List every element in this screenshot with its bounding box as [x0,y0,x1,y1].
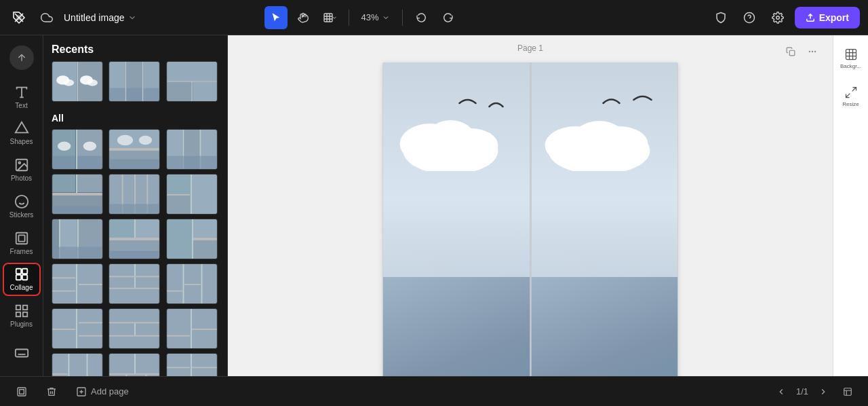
svg-rect-136 [191,309,192,348]
svg-rect-17 [15,350,27,357]
svg-rect-137 [192,329,217,330]
background-button[interactable]: Backgr... [836,41,866,76]
zoom-button[interactable]: 43% [356,10,395,25]
svg-rect-62 [167,156,216,169]
recent-collage-2[interactable] [108,61,160,102]
sidebar-item-upload[interactable] [3,41,41,75]
sidebar-item-photos[interactable]: Photos [3,153,41,187]
svg-rect-64 [76,174,77,194]
sidebar-item-frames[interactable]: Frames [3,226,41,260]
svg-point-47 [58,141,71,151]
next-page-button[interactable] [814,382,833,401]
collage-item-7[interactable] [52,219,103,259]
sidebar-item-shapes[interactable]: Shapes [3,117,41,151]
cloud-save-button[interactable] [35,6,58,29]
svg-rect-45 [52,156,75,169]
svg-rect-101 [192,219,193,259]
collage-item-18[interactable] [166,353,218,376]
svg-rect-171 [20,389,24,394]
more-options-button[interactable] [803,42,822,61]
svg-rect-120 [201,264,202,303]
logo-button[interactable] [8,7,30,29]
keyboard-shortcuts-button[interactable] [3,335,41,371]
collage-item-14[interactable] [108,308,160,349]
undo-button[interactable] [410,6,433,29]
prev-page-button[interactable] [772,382,791,401]
svg-rect-143 [52,373,67,375]
add-page-button[interactable]: Add page [71,384,134,400]
collage-item-6[interactable] [166,174,218,215]
svg-rect-127 [79,322,102,323]
collage-item-10[interactable] [52,263,103,304]
svg-point-168 [573,121,625,156]
shield-icon-button[interactable] [709,6,732,29]
help-button[interactable] [738,6,761,29]
frame-icon-button[interactable] [11,381,33,403]
svg-rect-154 [192,367,217,368]
resize-button[interactable]: Resize [836,79,866,114]
svg-rect-103 [193,219,217,237]
collage-item-16[interactable] [52,353,103,376]
hand-tool-button[interactable] [292,6,315,29]
svg-rect-122 [184,284,200,285]
svg-rect-78 [191,174,192,214]
svg-rect-92 [110,238,159,240]
export-button[interactable]: Export [795,7,860,29]
delete-button[interactable] [41,381,62,403]
svg-rect-65 [52,193,102,196]
sidebar-item-collage[interactable]: Collage [3,263,41,297]
svg-rect-108 [52,277,75,278]
svg-rect-132 [110,335,159,337]
bottom-bar: Add page 1/1 [0,376,868,406]
collage-item-5[interactable] [108,174,160,215]
collage-item-15[interactable] [166,308,218,349]
document-title[interactable]: Untitled image [64,12,137,23]
duplicate-page-button[interactable] [781,42,800,61]
canvas-right-panel[interactable] [531,62,678,376]
sidebar-item-text[interactable]: Text [3,80,41,114]
svg-rect-15 [16,312,20,316]
canvas-left-panel[interactable] [383,62,530,376]
sidebar-icons: Text Shapes Photos Stickers [0,35,43,376]
collage-item-4[interactable] [52,174,103,215]
svg-rect-149 [146,375,147,376]
toolbar-left: Untitled image [8,6,137,29]
sidebar-item-stickers[interactable]: Stickers [3,189,41,223]
svg-rect-125 [76,309,77,348]
recent-collage-1[interactable] [52,61,103,102]
svg-rect-42 [76,130,77,169]
svg-rect-138 [167,335,190,337]
recent-collage-3[interactable] [166,61,218,102]
redo-button[interactable] [437,6,460,29]
collage-item-13[interactable] [52,308,103,349]
svg-rect-104 [193,240,217,259]
svg-rect-102 [167,219,191,259]
canvas-area: Page 1 [228,35,833,376]
collage-item-11[interactable] [108,263,160,304]
svg-rect-50 [110,148,159,151]
svg-rect-37 [167,82,191,101]
svg-rect-19 [77,62,78,101]
collage-item-9[interactable] [166,219,218,259]
right-panel: Backgr... Resize [833,35,868,376]
collage-item-12[interactable] [166,263,218,304]
svg-rect-36 [167,62,216,81]
svg-rect-51 [110,130,159,148]
collage-item-3[interactable] [166,129,218,170]
svg-rect-157 [789,50,795,56]
svg-rect-147 [134,354,136,373]
select-tool-button[interactable] [264,6,288,29]
collage-item-17[interactable] [108,353,160,376]
svg-rect-114 [110,288,159,289]
collage-item-1[interactable] [52,129,103,170]
sidebar-item-plugins[interactable]: Plugins [3,299,41,333]
settings-button[interactable] [766,6,789,29]
collage-item-2[interactable] [108,129,160,170]
svg-point-55 [139,136,152,145]
svg-rect-75 [110,204,159,215]
expand-pages-button[interactable] [838,382,857,401]
svg-rect-81 [192,174,217,214]
collage-item-8[interactable] [108,219,160,259]
frame-tool-button[interactable] [319,6,342,29]
svg-rect-14 [22,306,26,310]
